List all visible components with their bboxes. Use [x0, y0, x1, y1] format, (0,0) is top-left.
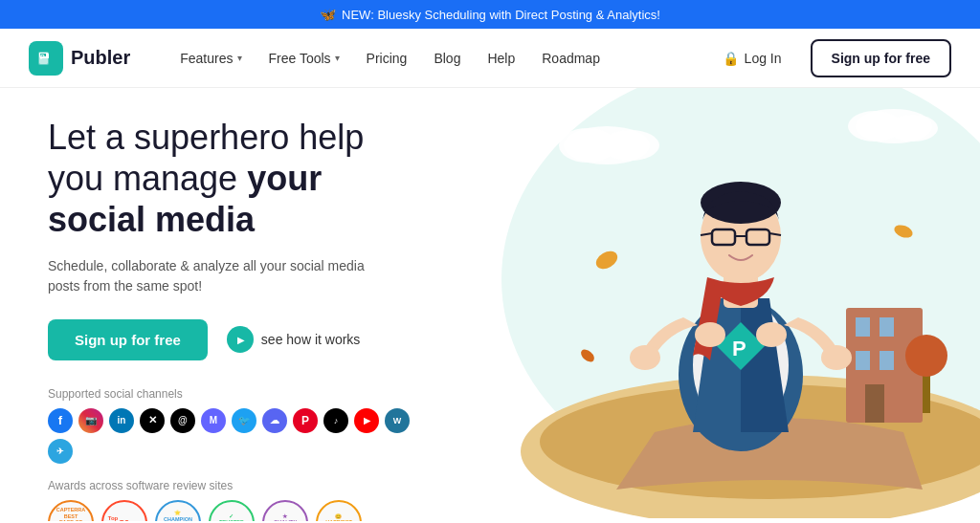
nav-features-label: Features [180, 51, 233, 66]
hero-signup-label: Sign up for free [75, 332, 181, 348]
happiest-users-badge: 😊HAPPIESTUSERS [316, 500, 362, 521]
nav-help-label: Help [487, 51, 515, 66]
cta-row: Sign up for free ▶ see how it works [48, 319, 421, 360]
nav-pricing[interactable]: Pricing [355, 43, 419, 74]
youtube-icon: ▶ [354, 408, 379, 433]
see-how-link[interactable]: ▶ see how it works [227, 326, 360, 353]
nav-free-tools[interactable]: Free Tools ▾ [257, 43, 351, 74]
lock-icon: 🔒 [723, 51, 739, 66]
chevron-down-icon: ▾ [335, 53, 340, 63]
hero-subtitle: Schedule, collaborate & analyze all your… [48, 256, 373, 296]
signup-label: Sign up for free [832, 51, 930, 66]
main-content: Let a superhero helpyou manage yoursocia… [0, 88, 980, 521]
nav-pricing-label: Pricing [367, 51, 408, 66]
pinterest-icon: P [293, 408, 318, 433]
play-icon: ▶ [227, 326, 254, 353]
trusted-vendor-badge: ✓TRUSTEDVENDOR [209, 500, 255, 521]
nav-links: Features ▾ Free Tools ▾ Pricing Blog Hel… [168, 43, 704, 74]
social-icons-row: f 📷 in ✕ @ M 🐦 ☁ P ♪ ▶ W ✈ [48, 408, 421, 464]
login-button[interactable]: 🔒 Log In [705, 43, 799, 74]
nav-blog-label: Blog [434, 51, 460, 66]
svg-text:P: P [732, 337, 746, 360]
svg-rect-7 [856, 317, 870, 337]
x-twitter-icon: ✕ [140, 408, 165, 433]
svg-point-13 [905, 335, 947, 377]
svg-rect-9 [856, 351, 870, 370]
hero-left: Let a superhero helpyou manage yoursocia… [0, 88, 459, 521]
award-badges-row: CAPTERRABESTEASE OF USE2022 Top 100G2202… [48, 500, 421, 521]
svg-text:P: P [40, 54, 45, 60]
bluesky-icon: ☁ [262, 408, 287, 433]
linkedin-icon: in [109, 408, 134, 433]
svg-point-37 [695, 322, 725, 347]
nav-roadmap[interactable]: Roadmap [530, 43, 612, 74]
svg-point-38 [756, 322, 787, 347]
nav-help[interactable]: Help [476, 43, 526, 74]
svg-point-35 [630, 345, 660, 370]
svg-point-36 [821, 345, 852, 370]
announcement-banner: 🦋 NEW: Bluesky Scheduling with Direct Po… [0, 0, 980, 29]
login-label: Log In [745, 51, 782, 66]
g2-badge: Top 100G22025 [101, 500, 147, 521]
signup-button[interactable]: Sign up for free [811, 39, 951, 77]
social-label: Supported social channels [48, 387, 421, 401]
svg-point-22 [888, 115, 938, 142]
svg-point-19 [602, 130, 659, 161]
capterra-badge: CAPTERRABESTEASE OF USE2022 [48, 500, 94, 521]
nav-actions: 🔒 Log In Sign up for free [705, 39, 951, 77]
svg-rect-10 [880, 351, 894, 370]
nav-free-tools-label: Free Tools [269, 51, 331, 66]
nav-features[interactable]: Features ▾ [168, 43, 253, 74]
telegram-icon: ✈ [48, 439, 73, 464]
see-how-label: see how it works [261, 332, 360, 347]
nav-blog[interactable]: Blog [422, 43, 472, 74]
facebook-icon: f [48, 408, 73, 433]
logo-text: Publer [71, 47, 130, 69]
instagram-icon: 📷 [78, 408, 103, 433]
tiktok-icon: ♪ [323, 408, 348, 433]
logo-icon: P [29, 41, 63, 76]
hero-title: Let a superhero helpyou manage yoursocia… [48, 117, 421, 241]
svg-rect-11 [865, 384, 884, 423]
threads-icon: @ [170, 408, 195, 433]
chevron-down-icon: ▾ [237, 53, 242, 63]
main-nav: P Publer Features ▾ Free Tools ▾ Pricing… [0, 29, 980, 88]
nav-roadmap-label: Roadmap [542, 51, 600, 66]
awards-label: Awards across software review sites [48, 479, 421, 492]
mastodon-icon: M [201, 408, 226, 433]
logo-link[interactable]: P Publer [29, 41, 130, 76]
twitter-icon: 🐦 [232, 408, 256, 433]
quality-choice-badge: ★QUALITYCHOICE [262, 500, 308, 521]
software-advice-badge: ⭐CHAMPIONSoftwareAdvice [155, 500, 201, 521]
hero-illustration: P [459, 88, 980, 521]
svg-rect-8 [880, 317, 894, 337]
banner-text: NEW: Bluesky Scheduling with Direct Post… [342, 8, 660, 22]
butterfly-icon: 🦋 [320, 7, 336, 22]
wordpress-icon: W [385, 408, 410, 433]
hero-signup-button[interactable]: Sign up for free [48, 319, 208, 360]
